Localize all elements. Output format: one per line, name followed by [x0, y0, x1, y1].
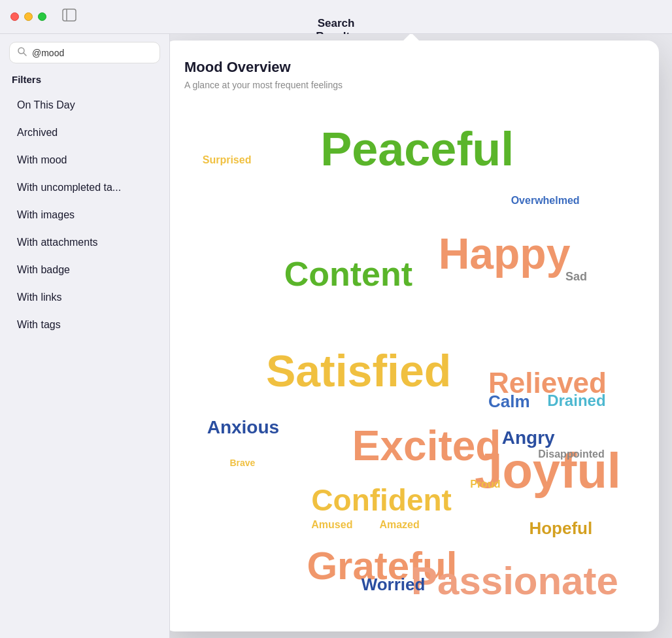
sidebar-item-archived[interactable]: Archived: [5, 119, 164, 146]
word-cloud-item[interactable]: Peaceful: [320, 124, 514, 175]
word-cloud-item[interactable]: Passionate: [411, 560, 618, 603]
word-cloud-item[interactable]: Disappointed: [538, 448, 604, 460]
word-cloud-item[interactable]: Drained: [547, 392, 605, 409]
app-body: Filters On This Day Archived With mood W…: [0, 34, 672, 638]
search-bar[interactable]: [9, 42, 160, 63]
sidebar-item-with-mood[interactable]: With mood: [5, 146, 164, 174]
sidebar-item-with-attachments[interactable]: With attachments: [5, 229, 164, 256]
svg-rect-0: [63, 9, 76, 21]
title-bar: Search Results Found 71 results 🙂: [0, 0, 672, 34]
word-cloud-item[interactable]: Satisfied: [266, 346, 451, 395]
minimize-button[interactable]: [24, 12, 33, 21]
word-cloud-item[interactable]: Proud: [470, 478, 500, 490]
mood-popup-title: Mood Overview: [184, 59, 638, 76]
sidebar-item-with-badge[interactable]: With badge: [5, 256, 164, 284]
word-cloud-item[interactable]: Angry: [502, 428, 555, 448]
sidebar-toggle-button[interactable]: [62, 8, 76, 25]
mood-overview-popup: Mood Overview A glance at your most freq…: [170, 41, 659, 631]
maximize-button[interactable]: [38, 12, 46, 21]
word-cloud-item[interactable]: Sad: [565, 271, 587, 284]
main-content: Mood Overview A glance at your most freq…: [170, 34, 672, 638]
word-cloud: PeacefulHappyContentSatisfiedRelievedExc…: [184, 103, 638, 611]
traffic-lights: [10, 12, 46, 21]
filters-label: Filters: [0, 74, 169, 92]
sidebar-item-on-this-day[interactable]: On This Day: [5, 92, 164, 119]
svg-line-3: [24, 53, 26, 56]
sidebar: Filters On This Day Archived With mood W…: [0, 34, 170, 638]
word-cloud-item[interactable]: Overwhelmed: [511, 195, 580, 207]
word-cloud-item[interactable]: Content: [284, 256, 412, 293]
word-cloud-item[interactable]: Anxious: [207, 418, 279, 438]
word-cloud-item[interactable]: Worried: [361, 575, 426, 594]
search-input[interactable]: [32, 48, 152, 58]
sidebar-item-with-images[interactable]: With images: [5, 201, 164, 229]
word-cloud-item[interactable]: Brave: [229, 458, 255, 468]
mood-popup-subtitle: A glance at your most frequent feelings: [184, 80, 638, 90]
sidebar-item-with-tags[interactable]: With tags: [5, 311, 164, 339]
close-button[interactable]: [10, 12, 19, 21]
word-cloud-item[interactable]: Surprised: [203, 154, 252, 166]
word-cloud-item[interactable]: Calm: [488, 392, 530, 411]
search-icon: [18, 47, 27, 58]
sidebar-item-with-links[interactable]: With links: [5, 284, 164, 311]
word-cloud-item[interactable]: Hopeful: [529, 519, 592, 538]
word-cloud-item[interactable]: Happy: [439, 230, 571, 278]
word-cloud-item[interactable]: Amused: [311, 519, 352, 531]
word-cloud-item[interactable]: Amazed: [379, 519, 419, 531]
popup-notch: [403, 34, 419, 41]
sidebar-item-with-uncompleted-tasks[interactable]: With uncompleted ta...: [5, 174, 164, 201]
word-cloud-item[interactable]: Confident: [311, 484, 452, 517]
